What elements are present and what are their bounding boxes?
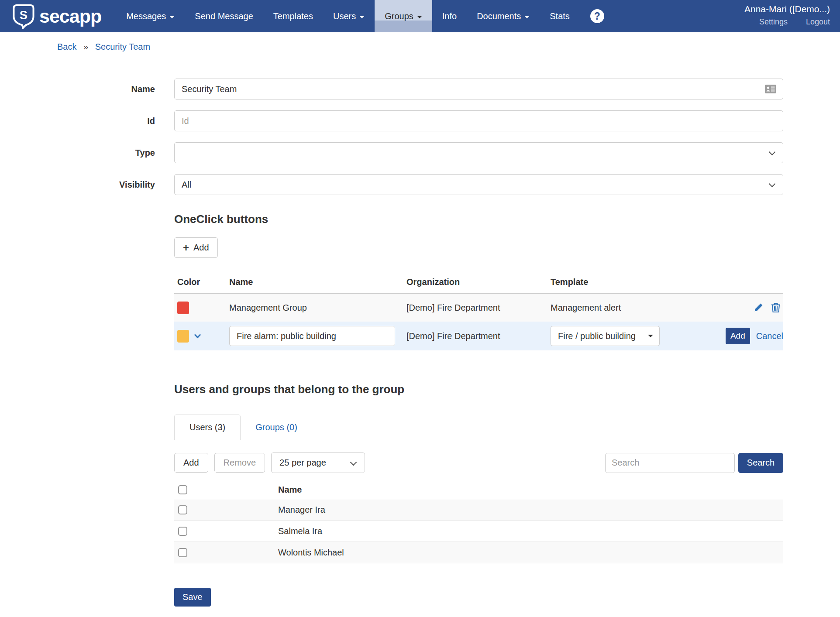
user-row-name: Wolontis Michael	[278, 548, 344, 558]
nav-users[interactable]: Users	[323, 0, 375, 32]
members-toolbar: Add Remove 25 per page Search	[174, 452, 783, 473]
membership-title: Users and groups that belong to the grou…	[174, 383, 783, 396]
settings-link[interactable]: Settings	[759, 17, 788, 27]
svg-text:S: S	[20, 8, 28, 22]
oneclick-table-header: Color Name Organization Template	[174, 277, 783, 294]
visibility-select[interactable]: All	[174, 174, 783, 195]
breadcrumb-current[interactable]: Security Team	[95, 42, 150, 51]
name-row: Name	[46, 79, 783, 99]
divider	[46, 60, 783, 60]
delete-trash-icon[interactable]	[771, 302, 781, 313]
type-row: Type	[46, 142, 783, 163]
color-swatch	[177, 330, 189, 343]
edit-pencil-icon[interactable]	[754, 303, 763, 312]
row-checkbox[interactable]	[178, 548, 187, 557]
user-block: Anna-Mari ([Demo...) Settings Logout	[744, 3, 830, 27]
oneclick-confirm-add-button[interactable]: Add	[726, 328, 750, 344]
nav-send-message-label: Send Message	[195, 11, 253, 21]
template-dropdown[interactable]: Fire / public building	[551, 326, 660, 346]
oneclick-add-label: Add	[193, 243, 209, 253]
name-column-header: Name	[229, 277, 406, 287]
tab-groups[interactable]: Groups (0)	[241, 415, 312, 440]
navbar: S secapp Messages Send Message Templates…	[0, 0, 840, 32]
nav-stats[interactable]: Stats	[540, 0, 580, 32]
save-button[interactable]: Save	[174, 588, 211, 607]
brand-logo[interactable]: S secapp	[12, 0, 101, 32]
main-content: Back » Security Team Name	[46, 32, 783, 607]
type-select[interactable]	[174, 142, 783, 163]
visibility-label: Visibility	[46, 174, 155, 195]
nav-templates-label: Templates	[273, 11, 313, 21]
chevron-down-icon	[524, 16, 530, 18]
logout-link[interactable]: Logout	[806, 17, 830, 27]
back-link[interactable]: Back	[57, 42, 76, 51]
per-page-value: 25 per page	[279, 458, 326, 468]
oneclick-row-template: Management alert	[551, 303, 701, 313]
group-form: Name Id	[46, 79, 783, 195]
chevron-down-icon	[169, 16, 175, 18]
oneclick-row-name: Management Group	[229, 303, 406, 313]
template-dropdown-value: Fire / public building	[558, 331, 636, 341]
nav-stats-label: Stats	[550, 11, 570, 21]
nav-messages[interactable]: Messages	[116, 0, 185, 32]
color-swatch	[177, 302, 189, 314]
organization-column-header: Organization	[406, 277, 551, 287]
id-row: Id	[46, 110, 783, 131]
nav-templates[interactable]: Templates	[263, 0, 323, 32]
brand-name: secapp	[39, 0, 101, 32]
select-all-checkbox[interactable]	[178, 485, 187, 494]
id-input[interactable]	[174, 110, 783, 131]
row-checkbox[interactable]	[178, 505, 187, 514]
users-name-header: Name	[278, 485, 302, 495]
name-label: Name	[46, 79, 155, 99]
oneclick-name-input[interactable]	[229, 326, 395, 346]
nav-groups[interactable]: Groups	[375, 0, 432, 32]
user-row-name: Salmela Ira	[278, 526, 322, 536]
id-label: Id	[46, 110, 155, 131]
users-table: Name Manager Ira Salmela Ira Wolontis Mi…	[174, 481, 783, 563]
help-icon[interactable]: ?	[590, 9, 604, 23]
search-button[interactable]: Search	[738, 453, 783, 473]
nav-groups-label: Groups	[385, 11, 413, 21]
per-page-select[interactable]: 25 per page	[271, 452, 365, 473]
oneclick-table: Color Name Organization Template Managem…	[174, 277, 783, 350]
table-row: Manager Ira	[174, 499, 783, 521]
tab-users[interactable]: Users (3)	[174, 415, 241, 440]
secapp-shield-icon: S	[12, 3, 35, 29]
row-checkbox[interactable]	[178, 527, 187, 536]
chevron-down-icon	[648, 335, 653, 337]
table-row: Salmela Ira	[174, 521, 783, 542]
color-column-header: Color	[174, 277, 229, 287]
oneclick-section: OneClick buttons + Add Color Name Organi…	[174, 213, 783, 607]
users-table-header: Name	[174, 481, 783, 499]
search-input[interactable]	[605, 453, 735, 473]
nav-documents[interactable]: Documents	[467, 0, 540, 32]
oneclick-add-button[interactable]: + Add	[174, 237, 218, 258]
table-row: Wolontis Michael	[174, 542, 783, 563]
user-name: Anna-Mari ([Demo...)	[744, 3, 830, 15]
nav-info-label: Info	[442, 11, 457, 21]
oneclick-edit-row: [Demo] Fire Department Fire / public bui…	[174, 322, 783, 350]
name-input[interactable]	[174, 79, 783, 99]
plus-icon: +	[183, 244, 189, 252]
template-column-header: Template	[551, 277, 701, 287]
nav-messages-label: Messages	[126, 11, 166, 21]
chevron-down-icon	[350, 459, 357, 466]
nav-info[interactable]: Info	[432, 0, 467, 32]
page: S secapp Messages Send Message Templates…	[0, 0, 840, 617]
oneclick-cancel-link[interactable]: Cancel	[756, 331, 783, 341]
chevron-down-icon	[359, 16, 365, 18]
breadcrumb-separator: »	[83, 42, 88, 51]
members-remove-button[interactable]: Remove	[214, 453, 265, 473]
nav-users-label: Users	[333, 11, 356, 21]
visibility-select-value: All	[182, 180, 191, 190]
nav-send-message[interactable]: Send Message	[185, 0, 263, 32]
type-label: Type	[46, 142, 155, 163]
oneclick-title: OneClick buttons	[174, 213, 783, 226]
main-menu: Messages Send Message Templates Users Gr…	[116, 0, 580, 32]
visibility-row: Visibility All	[46, 174, 783, 195]
members-add-button[interactable]: Add	[174, 453, 208, 473]
oneclick-edit-organization: [Demo] Fire Department	[406, 331, 551, 341]
color-picker-chevron-icon[interactable]	[194, 332, 201, 339]
membership-tabs: Users (3) Groups (0)	[174, 415, 783, 440]
